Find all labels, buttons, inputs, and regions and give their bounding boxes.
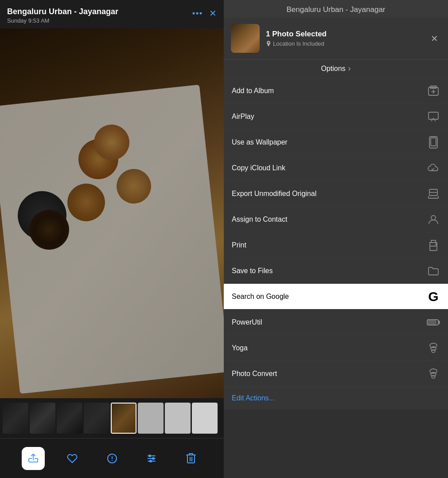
action-powerutil[interactable]: PowerUtil xyxy=(224,310,448,335)
wallpaper-icon xyxy=(427,136,440,149)
svg-point-11 xyxy=(150,460,152,462)
export-icon xyxy=(427,187,440,200)
svg-rect-26 xyxy=(430,246,437,251)
photo-background xyxy=(0,28,224,398)
share-info-text: 1 Photo Selected Location Is Included xyxy=(266,30,421,47)
share-thumbnail xyxy=(231,24,260,53)
powerutil-icon xyxy=(427,316,440,329)
options-label: Options xyxy=(321,65,345,73)
left-header-text: Bengaluru Urban - Jayanagar Sunday 9:53 … xyxy=(7,7,192,24)
action-photo-convert[interactable]: Photo Convert xyxy=(224,361,448,387)
thumbnail-4[interactable] xyxy=(84,403,109,434)
adjust-button[interactable] xyxy=(140,447,163,470)
close-share-button[interactable]: ✕ xyxy=(428,32,441,45)
more-icon[interactable] xyxy=(192,12,202,15)
add-to-album-icon xyxy=(427,84,440,98)
action-copy-icloud-link[interactable]: Copy iCloud Link xyxy=(224,155,448,181)
action-save-to-files[interactable]: Save to Files xyxy=(224,258,448,284)
location-row: Location Is Included xyxy=(266,40,421,47)
action-search-google[interactable]: Search on Google G xyxy=(224,284,448,310)
action-use-as-wallpaper[interactable]: Use as Wallpaper xyxy=(224,129,448,155)
action-airplay[interactable]: AirPlay xyxy=(224,104,448,129)
photo-count: 1 Photo Selected xyxy=(266,30,421,39)
options-row[interactable]: Options › xyxy=(224,59,448,78)
action-add-to-album[interactable]: Add to Album xyxy=(224,78,448,104)
icloud-icon xyxy=(427,161,440,175)
svg-rect-30 xyxy=(438,321,440,324)
thumbnail-5-selected[interactable] xyxy=(111,403,136,434)
options-chevron: › xyxy=(348,64,351,73)
svg-point-28 xyxy=(436,244,436,245)
thumbnail-1[interactable] xyxy=(3,403,28,434)
svg-point-1 xyxy=(196,12,199,15)
print-icon xyxy=(427,239,440,252)
thumbnail-6[interactable] xyxy=(138,403,164,434)
svg-rect-21 xyxy=(431,138,436,146)
svg-point-25 xyxy=(431,215,436,220)
share-header-title: Bengaluru Urban - Jayanagar xyxy=(224,0,448,18)
share-sheet: Bengaluru Urban - Jayanagar 1 Photo Sele… xyxy=(224,0,448,478)
left-header: Bengaluru Urban - Jayanagar Sunday 9:53 … xyxy=(0,0,224,28)
photo-main xyxy=(0,28,224,398)
action-print[interactable]: Print xyxy=(224,232,448,258)
edit-actions[interactable]: Edit Actions... xyxy=(224,387,448,409)
action-list: Add to Album AirPlay Use a xyxy=(224,78,448,478)
thumbnail-3[interactable] xyxy=(57,403,82,434)
svg-rect-31 xyxy=(428,321,436,324)
thumbnail-8[interactable] xyxy=(192,403,218,434)
photo-title: Bengaluru Urban - Jayanagar xyxy=(7,7,192,16)
share-button[interactable] xyxy=(22,447,45,470)
svg-point-9 xyxy=(149,455,151,457)
svg-point-2 xyxy=(200,12,202,15)
yoga-icon xyxy=(427,341,440,355)
location-label: Location Is Included xyxy=(273,40,324,47)
photo-overlay xyxy=(0,28,224,398)
thumbnail-7[interactable] xyxy=(165,403,191,434)
left-header-icons: ✕ xyxy=(192,8,217,19)
files-icon xyxy=(427,264,440,278)
share-info: 1 Photo Selected Location Is Included ✕ xyxy=(224,18,448,59)
action-yoga[interactable]: Yoga xyxy=(224,335,448,361)
google-icon: G xyxy=(427,290,440,303)
close-icon[interactable]: ✕ xyxy=(209,8,217,19)
action-export-unmodified[interactable]: Export Unmodified Original xyxy=(224,181,448,207)
photo-date: Sunday 9:53 AM xyxy=(7,17,192,24)
thumbnails-strip xyxy=(0,398,224,438)
edit-actions-label: Edit Actions... xyxy=(232,394,275,402)
action-assign-contact[interactable]: Assign to Contact xyxy=(224,207,448,232)
svg-rect-27 xyxy=(431,240,436,243)
svg-point-0 xyxy=(193,12,195,15)
left-panel: Bengaluru Urban - Jayanagar Sunday 9:53 … xyxy=(0,0,224,478)
svg-point-10 xyxy=(152,458,154,459)
info-button[interactable] xyxy=(101,447,124,470)
thumbnail-2[interactable] xyxy=(30,403,55,434)
delete-button[interactable] xyxy=(179,447,203,470)
contact-icon xyxy=(427,213,440,226)
svg-rect-12 xyxy=(187,455,195,463)
photo-convert-icon xyxy=(427,367,440,380)
airplay-icon xyxy=(427,110,440,123)
bottom-toolbar xyxy=(0,438,224,478)
favorite-button[interactable] xyxy=(61,447,84,470)
